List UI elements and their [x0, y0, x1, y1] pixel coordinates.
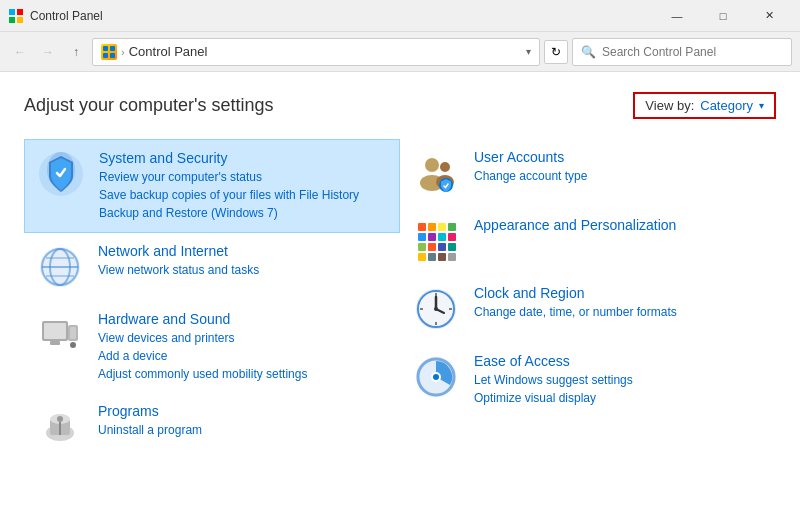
user-accounts-text: User Accounts Change account type [474, 149, 764, 185]
user-accounts-icon [412, 149, 460, 197]
page-title: Adjust your computer's settings [24, 95, 274, 116]
svg-rect-38 [438, 233, 446, 241]
addressbar: ← → ↑ › Control Panel ▾ ↻ 🔍 [0, 32, 800, 72]
network-internet-link[interactable]: Network and Internet [98, 243, 388, 259]
address-dropdown-icon[interactable]: ▾ [526, 46, 531, 57]
forward-button[interactable]: → [36, 40, 60, 64]
svg-rect-35 [448, 223, 456, 231]
svg-rect-36 [418, 233, 426, 241]
svg-rect-41 [428, 243, 436, 251]
system-security-sub1[interactable]: Review your computer's status [99, 168, 387, 186]
ease-access-sub2[interactable]: Optimize visual display [474, 389, 764, 407]
network-internet-text: Network and Internet View network status… [98, 243, 388, 279]
svg-rect-45 [428, 253, 436, 261]
clock-region-sub1[interactable]: Change date, time, or number formats [474, 303, 764, 321]
main-content: Adjust your computer's settings View by:… [0, 72, 800, 524]
category-system-security[interactable]: System and Security Review your computer… [24, 139, 400, 233]
maximize-button[interactable]: □ [700, 0, 746, 32]
category-programs[interactable]: Programs Uninstall a program [24, 393, 400, 461]
back-button[interactable]: ← [8, 40, 32, 64]
category-ease-access[interactable]: Ease of Access Let Windows suggest setti… [400, 343, 776, 417]
hardware-sound-text: Hardware and Sound View devices and prin… [98, 311, 388, 383]
left-column: System and Security Review your computer… [24, 139, 400, 461]
viewby-value[interactable]: Category [700, 98, 753, 113]
system-security-sub3[interactable]: Backup and Restore (Windows 7) [99, 204, 387, 222]
window-controls: — □ ✕ [654, 0, 792, 32]
category-user-accounts[interactable]: User Accounts Change account type [400, 139, 776, 207]
programs-text: Programs Uninstall a program [98, 403, 388, 439]
appearance-link[interactable]: Appearance and Personalization [474, 217, 764, 233]
hardware-sound-sub1[interactable]: View devices and printers [98, 329, 388, 347]
svg-rect-19 [70, 327, 76, 339]
control-panel-icon [101, 44, 117, 60]
ease-access-text: Ease of Access Let Windows suggest setti… [474, 353, 764, 407]
right-column: User Accounts Change account type [400, 139, 776, 461]
network-internet-sub1[interactable]: View network status and tasks [98, 261, 388, 279]
up-button[interactable]: ↑ [64, 40, 88, 64]
svg-rect-33 [428, 223, 436, 231]
ease-access-sub1[interactable]: Let Windows suggest settings [474, 371, 764, 389]
address-box[interactable]: › Control Panel ▾ [92, 38, 540, 66]
viewby-label: View by: [645, 98, 694, 113]
category-network-internet[interactable]: Network and Internet View network status… [24, 233, 400, 301]
programs-icon [36, 403, 84, 451]
system-security-text: System and Security Review your computer… [99, 150, 387, 222]
ease-access-link[interactable]: Ease of Access [474, 353, 764, 369]
viewby-dropdown-icon[interactable]: ▾ [759, 100, 764, 111]
refresh-button[interactable]: ↻ [544, 40, 568, 64]
system-security-icon [37, 150, 85, 198]
svg-point-27 [425, 158, 439, 172]
svg-rect-37 [428, 233, 436, 241]
programs-link[interactable]: Programs [98, 403, 388, 419]
category-clock-region[interactable]: Clock and Region Change date, time, or n… [400, 275, 776, 343]
viewby-control[interactable]: View by: Category ▾ [633, 92, 776, 119]
system-security-sub2[interactable]: Save backup copies of your files with Fi… [99, 186, 387, 204]
svg-rect-34 [438, 223, 446, 231]
clock-region-link[interactable]: Clock and Region [474, 285, 764, 301]
window-title: Control Panel [30, 9, 654, 23]
close-button[interactable]: ✕ [746, 0, 792, 32]
header-row: Adjust your computer's settings View by:… [24, 92, 776, 119]
search-box[interactable]: 🔍 [572, 38, 792, 66]
svg-rect-3 [17, 17, 23, 23]
svg-rect-39 [448, 233, 456, 241]
svg-rect-47 [448, 253, 456, 261]
categories-grid: System and Security Review your computer… [24, 139, 776, 461]
breadcrumb-separator: › [121, 46, 125, 58]
minimize-button[interactable]: — [654, 0, 700, 32]
svg-rect-44 [418, 253, 426, 261]
system-security-link[interactable]: System and Security [99, 150, 387, 166]
user-accounts-sub1[interactable]: Change account type [474, 167, 764, 185]
svg-point-25 [57, 416, 63, 422]
breadcrumb-current: Control Panel [129, 44, 208, 59]
svg-point-53 [434, 307, 438, 311]
user-accounts-link[interactable]: User Accounts [474, 149, 764, 165]
hardware-sound-sub3[interactable]: Adjust commonly used mobility settings [98, 365, 388, 383]
ease-access-icon [412, 353, 460, 401]
svg-rect-5 [110, 46, 115, 51]
svg-rect-42 [438, 243, 446, 251]
svg-rect-2 [9, 17, 15, 23]
svg-rect-43 [448, 243, 456, 251]
svg-rect-6 [103, 53, 108, 58]
category-hardware-sound[interactable]: Hardware and Sound View devices and prin… [24, 301, 400, 393]
app-icon [8, 8, 24, 24]
category-appearance[interactable]: Appearance and Personalization [400, 207, 776, 275]
svg-rect-46 [438, 253, 446, 261]
hardware-sound-sub2[interactable]: Add a device [98, 347, 388, 365]
hardware-sound-link[interactable]: Hardware and Sound [98, 311, 388, 327]
svg-point-61 [433, 374, 439, 380]
svg-rect-40 [418, 243, 426, 251]
svg-rect-0 [9, 9, 15, 15]
search-input[interactable] [602, 45, 783, 59]
svg-rect-21 [50, 341, 60, 345]
appearance-icon [412, 217, 460, 265]
svg-point-29 [440, 162, 450, 172]
appearance-text: Appearance and Personalization [474, 217, 764, 235]
breadcrumb: › Control Panel [101, 44, 207, 60]
search-icon: 🔍 [581, 45, 596, 59]
programs-sub1[interactable]: Uninstall a program [98, 421, 388, 439]
titlebar: Control Panel — □ ✕ [0, 0, 800, 32]
svg-rect-7 [110, 53, 115, 58]
hardware-sound-icon [36, 311, 84, 359]
